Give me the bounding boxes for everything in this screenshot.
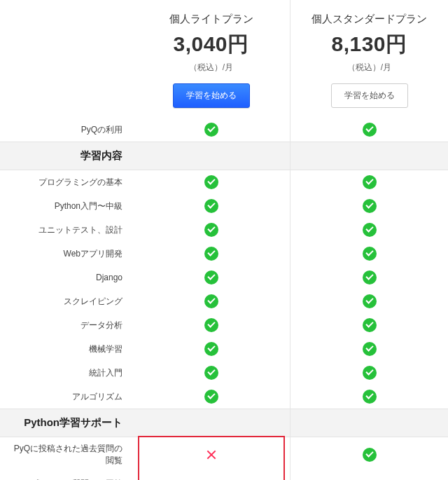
- feature-label: プログラミングの基本: [38, 177, 122, 187]
- check-icon: [204, 247, 218, 261]
- feature-cell: [132, 361, 290, 385]
- feature-label: Webアプリ開発: [64, 249, 122, 259]
- plan-column: 個人ライトプラン3,040円（税込）/月学習を始める: [132, 0, 290, 118]
- check-icon: [204, 390, 218, 404]
- feature-cell: [290, 289, 448, 313]
- feature-cell: [290, 313, 448, 337]
- check-icon: [204, 318, 218, 332]
- feature-label: データ分析: [80, 320, 122, 330]
- feature-label-cell: データ分析: [0, 313, 132, 337]
- feature-label: PyQの利用: [81, 125, 122, 135]
- feature-label-cell: PyQに投稿された過去質問の閲覧: [0, 437, 132, 472]
- check-icon: [363, 247, 377, 261]
- section-header-row: Python学習サポート: [0, 409, 448, 437]
- feature-cell: [290, 437, 448, 472]
- plan-column: 個人スタンダードプラン8,130円（税込）/月学習を始める: [290, 0, 448, 118]
- feature-cell: [132, 437, 290, 472]
- feature-cell: [290, 170, 448, 194]
- feature-row: プログラミングの基本: [0, 170, 448, 194]
- section-title: 学習内容: [0, 142, 132, 170]
- feature-cell: [290, 472, 448, 480]
- feature-label-cell: 統計入門: [0, 361, 132, 385]
- check-icon: [363, 123, 377, 137]
- section-cell-spacer: [290, 409, 448, 437]
- feature-row: ユニットテスト、設計: [0, 218, 448, 242]
- feature-label: アルゴリズム: [72, 392, 122, 402]
- feature-row: スクレイピング: [0, 289, 448, 313]
- feature-cell: [290, 242, 448, 266]
- feature-cell: [132, 313, 290, 337]
- feature-label: PyQに投稿された過去質問の閲覧: [14, 444, 122, 465]
- feature-cell: [290, 266, 448, 289]
- feature-row: データ分析: [0, 313, 448, 337]
- plan-name: 個人ライトプラン: [169, 13, 253, 26]
- plan-tax-note: （税込）/月: [347, 62, 391, 74]
- plan-tax-note: （税込）/月: [189, 62, 233, 74]
- check-icon: [363, 270, 377, 284]
- check-icon: [363, 342, 377, 356]
- feature-cell: [290, 194, 448, 218]
- check-icon: [204, 270, 218, 284]
- check-icon: [204, 294, 218, 308]
- feature-cell: [290, 361, 448, 385]
- check-icon: [363, 223, 377, 237]
- section-cell-spacer: [132, 409, 290, 437]
- check-icon: [204, 366, 218, 380]
- check-icon: [363, 318, 377, 332]
- feature-cell: [132, 194, 290, 218]
- feature-label: Django: [96, 273, 122, 282]
- feature-cell: [132, 266, 290, 289]
- feature-label-cell: ユニットテスト、設計: [0, 218, 132, 242]
- check-icon: [204, 223, 218, 237]
- feature-label-cell: スクレイピング: [0, 289, 132, 313]
- feature-row: 機械学習: [0, 337, 448, 361]
- start-learning-button[interactable]: 学習を始める: [173, 83, 250, 108]
- section-cell-spacer: [290, 142, 448, 170]
- feature-label-cell: Python入門〜中級: [0, 194, 132, 218]
- plan-name: 個人スタンダードプラン: [312, 13, 427, 26]
- feature-cell: [132, 218, 290, 242]
- feature-row: PyQの利用: [0, 118, 448, 142]
- start-learning-button[interactable]: 学習を始める: [331, 83, 408, 108]
- feature-label: スクレイピング: [64, 296, 122, 306]
- plan-price: 3,040円: [173, 30, 248, 59]
- feature-cell: [132, 385, 290, 409]
- feature-label-cell: Webアプリ開発: [0, 242, 132, 266]
- check-icon: [363, 294, 377, 308]
- check-icon: [363, 448, 377, 462]
- feature-row: Python入門〜中級: [0, 194, 448, 218]
- check-icon: [363, 390, 377, 404]
- feature-label-cell: PyQの利用: [0, 118, 132, 142]
- feature-cell: [290, 337, 448, 361]
- feature-cell: [290, 218, 448, 242]
- plans-header-row: 個人ライトプラン3,040円（税込）/月学習を始める個人スタンダードプラン8,1…: [0, 0, 448, 118]
- feature-cell: [132, 337, 290, 361]
- feature-row: プロによる質問への回答※サポート範囲はこちら: [0, 472, 448, 480]
- feature-row: PyQに投稿された過去質問の閲覧: [0, 437, 448, 472]
- check-icon: [363, 175, 377, 189]
- feature-cell: [132, 472, 290, 480]
- feature-row: Webアプリ開発: [0, 242, 448, 266]
- feature-label: 統計入門: [89, 368, 122, 378]
- feature-label: Python入門〜中級: [55, 201, 122, 211]
- feature-cell: [290, 118, 448, 142]
- feature-cell: [290, 385, 448, 409]
- plan-price: 8,130円: [331, 30, 407, 59]
- feature-label-cell: プロによる質問への回答※サポート範囲はこちら: [0, 472, 132, 480]
- check-icon: [204, 342, 218, 356]
- feature-label: 機械学習: [89, 344, 122, 354]
- check-icon: [363, 366, 377, 380]
- section-header-row: 学習内容: [0, 142, 448, 170]
- feature-cell: [132, 242, 290, 266]
- check-icon: [363, 199, 377, 213]
- section-cell-spacer: [132, 142, 290, 170]
- header-label-spacer: [0, 0, 132, 118]
- feature-label: ユニットテスト、設計: [38, 225, 122, 235]
- feature-cell: [132, 170, 290, 194]
- feature-label-cell: プログラミングの基本: [0, 170, 132, 194]
- check-icon: [204, 199, 218, 213]
- feature-row: 統計入門: [0, 361, 448, 385]
- section-title: Python学習サポート: [0, 409, 132, 437]
- check-icon: [204, 175, 218, 189]
- check-icon: [204, 123, 218, 137]
